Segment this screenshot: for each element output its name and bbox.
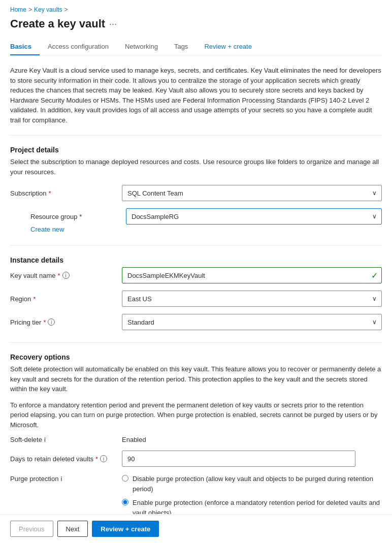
- keyvault-info-icon[interactable]: i: [62, 272, 70, 279]
- pricing-info-icon[interactable]: i: [48, 318, 55, 326]
- project-details-desc: Select the subscription to manage deploy…: [10, 157, 382, 177]
- purge-label: Purge protection i: [10, 474, 122, 483]
- tabs-nav: Basics Access configuration Networking T…: [10, 39, 382, 55]
- region-label: Region *: [10, 295, 122, 303]
- resource-group-row: Resource group * DocsSampleRG Create new: [10, 208, 382, 233]
- soft-delete-value: Enabled: [122, 436, 146, 443]
- kv-required: *: [58, 272, 60, 279]
- pricing-required: *: [43, 318, 46, 326]
- ellipsis-menu[interactable]: ···: [109, 19, 117, 29]
- next-button[interactable]: Next: [57, 521, 88, 537]
- disable-purge-option: Disable purge protection (allow key vaul…: [122, 474, 382, 494]
- instance-details-title: Instance details: [10, 256, 382, 264]
- tab-basics[interactable]: Basics: [10, 39, 40, 55]
- soft-delete-description: Soft delete protection will automaticall…: [10, 364, 382, 394]
- subscription-label: Subscription *: [10, 189, 122, 197]
- pricing-label: Pricing tier * i: [10, 318, 122, 326]
- tab-networking[interactable]: Networking: [117, 39, 166, 55]
- region-select-wrapper: East US: [122, 291, 382, 307]
- tab-access[interactable]: Access configuration: [40, 39, 117, 55]
- keyvault-check-icon: ✓: [371, 271, 378, 280]
- tab-review-create[interactable]: Review + create: [196, 39, 260, 55]
- intro-description: Azure Key Vault is a cloud service used …: [10, 66, 382, 125]
- disable-purge-radio[interactable]: [122, 475, 128, 482]
- divider-2: [10, 245, 382, 246]
- region-row: Region * East US: [10, 291, 382, 307]
- recovery-title: Recovery options: [10, 353, 382, 361]
- project-details-section: Project details Select the subscription …: [10, 146, 382, 233]
- keyvault-name-input-wrapper: ✓: [122, 267, 382, 283]
- subscription-required: *: [49, 189, 51, 197]
- tab-tags[interactable]: Tags: [166, 39, 196, 55]
- project-details-title: Project details: [10, 146, 382, 154]
- pricing-select-wrapper: Standard: [122, 314, 382, 330]
- subscription-field-row: Subscription * SQL Content Team: [10, 185, 382, 201]
- soft-delete-row: Soft-delete i Enabled: [10, 436, 382, 443]
- purge-description: To enforce a mandatory retention period …: [10, 400, 382, 430]
- rg-required: *: [79, 213, 82, 220]
- footer: Previous Next Review + create: [0, 514, 392, 543]
- soft-delete-label: Soft-delete i: [10, 436, 122, 443]
- pricing-row: Pricing tier * i Standard: [10, 314, 382, 330]
- days-info-icon[interactable]: i: [100, 455, 107, 462]
- instance-details-section: Instance details Key vault name * i ✓ Re…: [10, 256, 382, 330]
- pricing-select[interactable]: Standard: [122, 314, 382, 330]
- breadcrumb: Home > Key vaults >: [10, 6, 382, 13]
- days-input[interactable]: [122, 451, 355, 467]
- page-title-container: Create a key vault ···: [10, 17, 382, 30]
- breadcrumb-sep1: >: [28, 6, 32, 13]
- keyvault-name-label: Key vault name * i: [10, 272, 122, 279]
- create-new-rg[interactable]: Create new: [30, 226, 382, 233]
- breadcrumb-keyvaults[interactable]: Key vaults: [34, 6, 62, 13]
- divider-1: [10, 135, 382, 136]
- resource-group-select[interactable]: DocsSampleRG: [126, 208, 382, 225]
- purge-info-icon[interactable]: i: [60, 475, 62, 483]
- soft-delete-info-icon[interactable]: i: [44, 436, 46, 443]
- recovery-options-section: Recovery options Soft delete protection …: [10, 353, 382, 534]
- rg-label: Resource group *: [30, 213, 126, 220]
- breadcrumb-home[interactable]: Home: [10, 6, 26, 13]
- keyvault-name-input[interactable]: [122, 267, 382, 283]
- keyvault-name-row: Key vault name * i ✓: [10, 267, 382, 283]
- region-required: *: [33, 295, 36, 303]
- disable-purge-label: Disable purge protection (allow key vaul…: [133, 474, 382, 494]
- days-required: *: [95, 455, 98, 463]
- days-retain-row: Days to retain deleted vaults * i: [10, 451, 382, 467]
- rg-field-row: Resource group * DocsSampleRG: [30, 208, 382, 225]
- rg-content: Resource group * DocsSampleRG Create new: [30, 208, 382, 233]
- subscription-select[interactable]: SQL Content Team: [122, 185, 382, 201]
- rg-select-wrapper: DocsSampleRG: [126, 208, 382, 225]
- previous-button[interactable]: Previous: [10, 521, 53, 537]
- days-retain-label: Days to retain deleted vaults * i: [10, 455, 122, 463]
- review-create-button[interactable]: Review + create: [92, 521, 159, 537]
- breadcrumb-sep2: >: [64, 6, 68, 13]
- subscription-select-wrapper: SQL Content Team: [122, 185, 382, 201]
- days-input-wrapper: [122, 451, 382, 467]
- enable-purge-radio[interactable]: [122, 499, 128, 505]
- region-select[interactable]: East US: [122, 291, 382, 307]
- divider-3: [10, 342, 382, 343]
- page-title: Create a key vault: [10, 17, 105, 30]
